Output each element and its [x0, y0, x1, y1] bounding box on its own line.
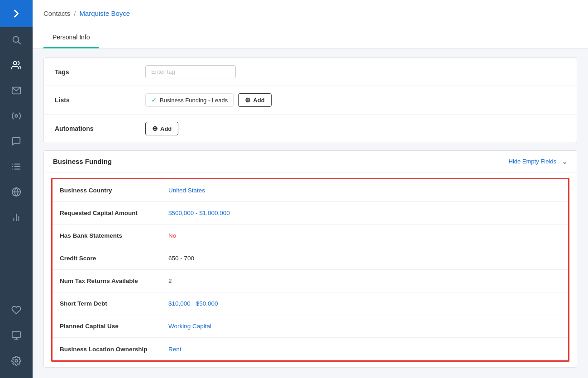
sidebar-logo[interactable] — [0, 0, 33, 27]
svg-point-19 — [15, 359, 18, 362]
field-row-location-ownership: Business Location Ownership Rent — [53, 338, 568, 360]
breadcrumb-contacts[interactable]: Contacts — [43, 10, 70, 17]
sidebar-bottom — [0, 297, 33, 378]
automations-add-icon: ⊕ — [152, 124, 158, 133]
automations-add-label: Add — [160, 125, 172, 132]
lists-add-icon: ⊕ — [245, 96, 251, 104]
sidebar-item-automation[interactable] — [0, 103, 33, 129]
automations-add-button[interactable]: ⊕ Add — [145, 122, 178, 135]
sidebar-item-messages[interactable] — [0, 129, 33, 154]
automations-value: ⊕ Add — [145, 122, 178, 135]
business-funding-fields-highlighted: Business Country United States Requested… — [51, 178, 569, 362]
tags-value: Enter tag — [145, 65, 236, 78]
sidebar-item-templates[interactable] — [0, 323, 33, 348]
field-row-planned-capital-use: Planned Capital Use Working Capital — [53, 315, 568, 338]
sidebar-item-lists[interactable] — [0, 154, 33, 179]
field-label-business-country: Business Country — [60, 187, 168, 194]
field-label-credit-score: Credit Score — [60, 255, 168, 262]
lists-add-button[interactable]: ⊕ Add — [238, 93, 271, 107]
business-funding-header: Business Funding Hide Empty Fields ⌄ — [44, 151, 577, 172]
field-label-requested-capital: Requested Capital Amount — [60, 210, 168, 216]
field-label-bank-statements: Has Bank Statements — [60, 232, 168, 239]
svg-point-2 — [14, 62, 17, 65]
collapse-chevron-icon[interactable]: ⌄ — [562, 157, 568, 166]
field-label-tax-returns: Num Tax Returns Available — [60, 278, 168, 284]
field-value-location-ownership[interactable]: Rent — [168, 346, 182, 353]
field-label-planned-capital-use: Planned Capital Use — [60, 323, 168, 330]
hide-empty-fields-button[interactable]: Hide Empty Fields — [509, 158, 556, 165]
field-label-short-term-debt: Short Term Debt — [60, 300, 168, 307]
svg-point-4 — [15, 115, 18, 117]
field-value-bank-statements: No — [168, 232, 176, 239]
field-value-tax-returns: 2 — [168, 278, 172, 284]
tags-input[interactable]: Enter tag — [145, 65, 236, 78]
business-funding-card: Business Funding Hide Empty Fields ⌄ Bus… — [43, 150, 577, 368]
sidebar-item-contacts[interactable] — [0, 53, 33, 78]
contact-info-card: Tags Enter tag Lists ✓ Business Funding … — [43, 57, 577, 143]
sidebar-item-favorites[interactable] — [0, 297, 33, 323]
lists-value: ✓ Business Funding - Leads ⊕ Add — [145, 93, 272, 107]
sidebar — [0, 0, 33, 378]
list-badge-label: Business Funding - Leads — [160, 97, 228, 104]
list-check-icon: ✓ — [151, 96, 157, 104]
sidebar-item-reports[interactable] — [0, 205, 33, 230]
field-row-short-term-debt: Short Term Debt $10,000 - $50,000 — [53, 292, 568, 315]
main-content: Contacts / Marquiste Boyce Personal Info… — [33, 0, 588, 378]
sidebar-item-settings[interactable] — [0, 348, 33, 373]
list-badge: ✓ Business Funding - Leads — [145, 93, 234, 107]
sidebar-item-email[interactable] — [0, 78, 33, 103]
sidebar-item-globe[interactable] — [0, 179, 33, 205]
tags-row: Tags Enter tag — [44, 58, 577, 86]
breadcrumb: Contacts / Marquiste Boyce — [43, 10, 130, 17]
field-value-short-term-debt[interactable]: $10,000 - $50,000 — [168, 300, 218, 307]
tags-label: Tags — [55, 68, 145, 76]
field-row-credit-score: Credit Score 650 - 700 — [53, 247, 568, 270]
field-value-requested-capital[interactable]: $500,000 - $1,000,000 — [168, 210, 230, 216]
lists-label: Lists — [55, 96, 145, 104]
topbar: Contacts / Marquiste Boyce — [33, 0, 588, 27]
business-funding-title: Business Funding — [53, 158, 112, 165]
breadcrumb-separator: / — [74, 10, 76, 17]
field-row-requested-capital: Requested Capital Amount $500,000 - $1,0… — [53, 202, 568, 225]
sidebar-item-search[interactable] — [0, 27, 33, 53]
tab-personal-info[interactable]: Personal Info — [43, 27, 99, 48]
field-row-bank-statements: Has Bank Statements No — [53, 225, 568, 247]
automations-label: Automations — [55, 125, 145, 132]
svg-line-1 — [18, 42, 20, 44]
lists-row: Lists ✓ Business Funding - Leads ⊕ Add — [44, 86, 577, 115]
field-row-tax-returns: Num Tax Returns Available 2 — [53, 270, 568, 292]
content-area: Tags Enter tag Lists ✓ Business Funding … — [33, 48, 588, 378]
field-value-credit-score: 650 - 700 — [168, 255, 194, 262]
automations-row: Automations ⊕ Add — [44, 115, 577, 143]
section-header-right: Hide Empty Fields ⌄ — [509, 157, 568, 166]
field-row-business-country: Business Country United States — [53, 179, 568, 202]
lists-add-label: Add — [253, 97, 264, 104]
breadcrumb-current-page[interactable]: Marquiste Boyce — [79, 10, 130, 17]
tab-bar: Personal Info — [33, 27, 588, 48]
field-value-planned-capital-use[interactable]: Working Capital — [168, 323, 211, 330]
svg-rect-16 — [12, 332, 20, 338]
field-label-location-ownership: Business Location Ownership — [60, 346, 168, 353]
field-value-business-country[interactable]: United States — [168, 187, 205, 194]
